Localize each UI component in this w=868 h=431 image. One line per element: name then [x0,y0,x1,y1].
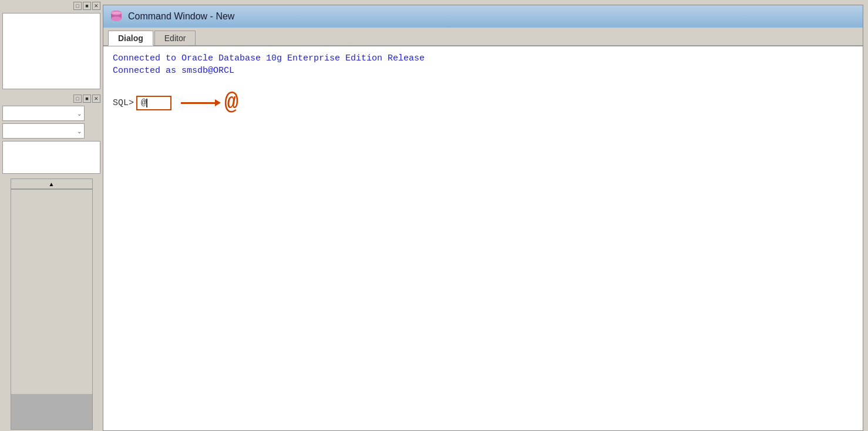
connection-line-1: Connected to Oracle Database 10g Enterpr… [113,53,853,63]
scroll-up-button[interactable]: ▲ [11,179,93,189]
annotation-arrow: @ [181,90,238,116]
tab-dialog[interactable]: Dialog [108,31,153,46]
pin-btn-2[interactable]: ■ [83,95,91,103]
database-icon [109,9,123,23]
text-cursor [146,99,147,107]
sidebar-dropdown-2[interactable]: ⌄ [2,123,85,139]
pin-btn[interactable]: ■ [83,2,91,10]
sidebar-dropdown-1[interactable]: ⌄ [2,106,85,121]
sql-input-value: @ [141,98,146,108]
close-btn-2[interactable]: ✕ [92,95,100,103]
svg-point-2 [111,16,122,21]
command-content: Connected to Oracle Database 10g Enterpr… [103,46,863,430]
scrollbar-track[interactable] [11,189,93,430]
sidebar-panel-2 [2,141,100,174]
sidebar-top-controls: □ ■ ✕ [0,0,103,12]
sidebar: □ ■ ✕ □ ■ ✕ ⌄ ⌄ ▲ [0,0,103,431]
chevron-down-icon-1: ⌄ [77,110,82,117]
sql-prompt-row: SQL> @ @ [113,90,853,116]
sql-input-box[interactable]: @ [136,96,171,110]
connection-line-2: Connected as smsdb@ORCL [113,66,853,76]
svg-point-4 [111,12,122,14]
at-symbol-annotation: @ [224,90,238,116]
chevron-down-icon-2: ⌄ [77,128,82,134]
restore-btn[interactable]: □ [73,2,82,10]
close-btn[interactable]: ✕ [92,2,100,10]
window-titlebar: Command Window - New [103,5,863,28]
sidebar-scrollbar-area: ▲ [0,177,103,431]
arrow-line [181,102,216,104]
command-window: Command Window - New Dialog Editor Conne… [103,5,863,431]
window-title: Command Window - New [128,11,857,22]
tab-editor[interactable]: Editor [154,31,196,45]
sidebar-panel-1 [2,13,100,89]
sidebar-second-controls: □ ■ ✕ [0,93,103,105]
sql-prompt-label: SQL> [113,98,134,108]
main-content: Command Window - New Dialog Editor Conne… [103,0,868,431]
scrollbar-thumb[interactable] [11,394,92,429]
restore-btn-2[interactable]: □ [73,95,82,103]
tabs-bar: Dialog Editor [103,28,863,46]
